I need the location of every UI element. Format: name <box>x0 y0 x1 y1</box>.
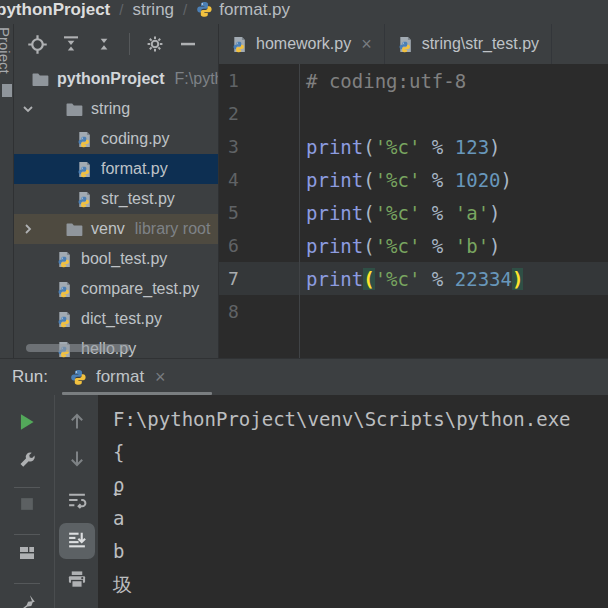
restore-layout-icon[interactable] <box>17 543 37 563</box>
console-toolbar <box>55 395 98 608</box>
stripe-folder-icon[interactable] <box>2 84 12 97</box>
tool-window-stripe: Project <box>0 24 14 358</box>
project-panel: pythonProject F:\pythonProject string co… <box>14 24 218 358</box>
code-line[interactable]: 3 print('%c' % 123) <box>219 130 608 163</box>
close-icon[interactable]: × <box>155 368 166 386</box>
breadcrumb-separator: / <box>183 1 187 18</box>
project-stripe-tab[interactable]: Project <box>0 27 13 74</box>
tree-item-bool-test-py[interactable]: bool_test.py <box>14 244 218 274</box>
run-label: Run: <box>12 367 48 387</box>
python-file-icon <box>56 311 73 328</box>
tab-str-test-py[interactable]: string\str_test.py <box>385 24 552 64</box>
builtin-token: print <box>306 202 363 224</box>
soft-wrap-icon[interactable] <box>66 490 87 511</box>
tree-item-label: dict_test.py <box>81 310 162 328</box>
stop-button[interactable] <box>18 495 36 513</box>
python-logo-icon <box>70 369 87 386</box>
python-file-icon <box>76 161 93 178</box>
scroll-to-end-icon[interactable] <box>66 529 87 550</box>
toolbar-divider <box>14 487 40 488</box>
paren-token: ( <box>363 235 374 257</box>
paren-token: ) <box>489 136 500 158</box>
editor-tab-bar: homework.py × string\str_test.py <box>219 24 608 64</box>
number-token: 1020 <box>455 169 501 191</box>
tab-homework-py[interactable]: homework.py × <box>219 24 385 64</box>
tree-scrollbar-thumb[interactable] <box>26 344 130 352</box>
gutter-separator <box>299 64 300 358</box>
code-line[interactable]: 6 print('%c' % 'b') <box>219 229 608 262</box>
operator-token: % <box>420 235 454 257</box>
operator-token: % <box>420 268 454 290</box>
tree-item-label: string <box>91 100 130 118</box>
breadcrumb-file[interactable]: format.py <box>196 0 290 20</box>
up-stack-icon[interactable] <box>67 411 87 431</box>
tree-item-venv[interactable]: venv library root <box>14 214 218 244</box>
tree-item-pythonproject[interactable]: pythonProject F:\pythonProject <box>14 64 218 94</box>
gear-icon[interactable] <box>145 34 165 54</box>
tree-item-dict-test-py[interactable]: dict_test.py <box>14 304 218 334</box>
editor-area: homework.py × string\str_test.py 1 # cod… <box>218 24 608 358</box>
tree-item-coding-py[interactable]: coding.py <box>14 124 218 154</box>
console-output[interactable]: F:\pythonProject\venv\Scripts\python.exe… <box>98 395 608 608</box>
tree-item-label: pythonProject <box>57 70 165 88</box>
python-file-icon <box>56 251 73 268</box>
tree-item-note: library root <box>135 220 211 238</box>
tree-item-label: bool_test.py <box>81 250 167 268</box>
breadcrumb-project[interactable]: pythonProject <box>0 0 110 20</box>
breadcrumb: pythonProject / string / format.py <box>0 0 608 25</box>
builtin-token: print <box>306 268 363 290</box>
tree-item-label: format.py <box>101 160 168 178</box>
close-icon[interactable]: × <box>361 35 372 53</box>
code-line[interactable]: 1 # coding:utf-8 <box>219 64 608 97</box>
locate-file-icon[interactable] <box>27 34 48 55</box>
operator-token: % <box>420 169 454 191</box>
string-token: 'b' <box>455 235 489 257</box>
print-icon[interactable] <box>66 569 87 590</box>
console-line: a <box>113 502 608 535</box>
number-token: 22334 <box>455 268 512 290</box>
line-number: 4 <box>219 169 299 190</box>
pin-icon[interactable] <box>18 593 37 608</box>
breadcrumb-folder[interactable]: string <box>132 0 174 20</box>
rerun-button[interactable] <box>16 411 38 433</box>
number-token: 123 <box>455 136 489 158</box>
pycharm-window: pythonProject / string / format.py Proje… <box>0 0 608 608</box>
code-line[interactable]: 2 <box>219 97 608 130</box>
tree-item-format-py[interactable]: format.py <box>14 154 218 184</box>
run-tab-format[interactable]: format × <box>70 367 166 387</box>
collapse-all-icon[interactable] <box>94 34 114 54</box>
tree-item-string[interactable]: string <box>14 94 218 124</box>
tree-item-label: compare_test.py <box>81 280 199 298</box>
paren-token: ( <box>363 202 374 224</box>
python-file-icon <box>76 191 93 208</box>
string-token: '%c' <box>375 235 421 257</box>
builtin-token: print <box>306 235 363 257</box>
run-toolbar <box>0 395 55 608</box>
line-number: 1 <box>219 70 299 91</box>
comment-token: # coding:utf-8 <box>306 70 466 92</box>
chevron-right-icon[interactable] <box>20 221 36 237</box>
hide-panel-icon[interactable] <box>178 34 198 54</box>
line-number: 7 <box>219 268 299 289</box>
builtin-token: print <box>306 136 363 158</box>
code-editor[interactable]: 1 # coding:utf-8 2 3 print('%c' % 123) 4… <box>219 64 608 358</box>
builtin-token: print <box>306 169 363 191</box>
code-line[interactable]: 4 print('%c' % 1020) <box>219 163 608 196</box>
code-line[interactable]: 5 print('%c' % 'a') <box>219 196 608 229</box>
chevron-down-icon[interactable] <box>20 101 36 117</box>
code-line[interactable]: 8 <box>219 295 608 328</box>
line-number: 6 <box>219 235 299 256</box>
tree-item-str-test-py[interactable]: str_test.py <box>14 184 218 214</box>
expand-all-icon[interactable] <box>61 34 81 54</box>
run-tab-label: format <box>96 367 144 387</box>
paren-token: ) <box>489 202 500 224</box>
operator-token: % <box>420 202 454 224</box>
edit-configurations-icon[interactable] <box>17 449 38 470</box>
tree-item-label: coding.py <box>101 130 170 148</box>
code-line-current[interactable]: 7 print('%c' % 22334) <box>219 262 608 295</box>
tree-item-compare-test-py[interactable]: compare_test.py <box>14 274 218 304</box>
down-stack-icon[interactable] <box>67 449 87 469</box>
paren-token: ( <box>363 169 374 191</box>
project-toolbar <box>14 24 218 64</box>
line-number: 3 <box>219 136 299 157</box>
